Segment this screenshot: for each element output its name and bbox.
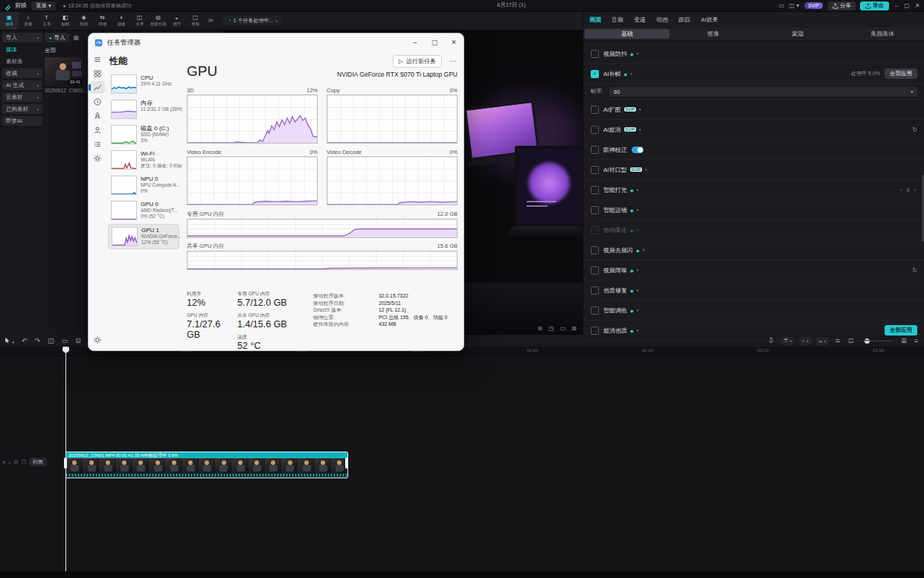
minimize-button[interactable]: –	[891, 2, 902, 9]
media-nav-item[interactable]: 素材库	[2, 57, 42, 66]
subtab-3[interactable]: 美颜美体	[840, 28, 924, 40]
media-nav-item[interactable]: 收藏▾	[2, 68, 42, 78]
media-nav-item[interactable]: AI 生成▾	[2, 80, 42, 90]
toolbar-item-audio[interactable]: ♪音频	[19, 11, 37, 30]
tab-2[interactable]: 变速	[634, 16, 646, 24]
quality-icon[interactable]: ◳	[548, 325, 554, 332]
feature-checkbox[interactable]	[591, 286, 599, 295]
feature-checkbox[interactable]	[591, 166, 599, 174]
feature-checkbox[interactable]: ✓	[591, 70, 599, 78]
delete-icon[interactable]: ▭	[62, 337, 68, 344]
select-tool-icon[interactable]: ▾	[4, 337, 14, 345]
value-stepper[interactable]: ‹ 0 ›	[901, 187, 917, 193]
pip-icon[interactable]: ▭	[560, 325, 566, 332]
feature-row[interactable]: 智能调色◆▾	[583, 301, 924, 321]
close-button[interactable]: ✕	[912, 2, 923, 9]
ratio-icon[interactable]: ⊞	[537, 325, 542, 332]
framerate-dropdown[interactable]: 60▾	[609, 87, 917, 97]
toolbar-item-text[interactable]: T文本	[37, 11, 56, 30]
toolbar-item-smart-pack[interactable]: ◍智能包装	[149, 11, 167, 30]
tab-3[interactable]: 动画	[656, 16, 668, 24]
media-clip-thumbnail[interactable]: 01:41	[45, 57, 83, 86]
tm-rail-app-history[interactable]	[90, 95, 105, 108]
toolbar-item-adjust[interactable]: ◒调节	[167, 11, 186, 30]
perf-sidebar--[interactable]: 内存11.2/31.2 GB (36%)	[108, 97, 179, 121]
perf-sidebar-Wi-Fi[interactable]: Wi-FiWLAN发送: 0 接收: 0 Kbps	[108, 148, 179, 172]
tab-4[interactable]: 跟踪	[678, 16, 690, 24]
fullscreen-icon[interactable]: ⊠	[571, 325, 577, 332]
subtab-1[interactable]: 抠像	[671, 28, 756, 40]
feature-checkbox[interactable]	[591, 327, 599, 335]
tm-rail-details[interactable]	[90, 138, 105, 150]
task-progress-chip[interactable]: ◔ 1 个任务处理中... ▾	[222, 16, 282, 25]
layout-single-icon[interactable]: ▭	[779, 2, 785, 9]
perf-sidebar-CPU[interactable]: CPU29% 4.11 GHz	[108, 72, 179, 96]
layout-split-icon[interactable]: ◫ ▾	[789, 2, 799, 9]
toolbar-item-transitions[interactable]: ⇆转场	[93, 11, 112, 30]
subtab-0[interactable]: 基础	[585, 29, 670, 39]
redo-icon[interactable]: ↷	[35, 337, 41, 344]
grid-view-icon[interactable]: ▦	[74, 34, 80, 41]
perf-sidebar-GPU-0[interactable]: GPU 0AMD Radeon(T...0% (52 °C)	[108, 199, 179, 222]
feature-checkbox[interactable]	[591, 126, 599, 134]
toolbar-item-filters[interactable]: ◑滤镜	[112, 11, 130, 30]
feature-row[interactable]: 超清画质◆▾全部应用	[583, 321, 924, 341]
toolbar-item-effects[interactable]: ◈特效	[74, 11, 93, 30]
toolbar-item-media[interactable]: ▣媒体	[0, 11, 19, 30]
perf-sidebar-GPU-1[interactable]: GPU 1NVIDIA GeForce...12% (52 °C)	[108, 224, 179, 249]
feature-checkbox[interactable]	[591, 266, 599, 274]
toolbar-more-button[interactable]: ≫	[208, 17, 214, 24]
perf-sidebar-NPU-0[interactable]: NPU 0NPU Compute A...0%	[108, 173, 179, 197]
cover-button[interactable]: 封面	[29, 457, 47, 466]
feature-checkbox[interactable]	[591, 146, 599, 154]
import-button[interactable]: ●导入	[45, 33, 70, 42]
feature-row[interactable]: 智能打光◆▾‹ 0 ›	[583, 180, 924, 200]
feature-checkbox[interactable]	[591, 206, 599, 214]
undo-icon[interactable]: ↶	[22, 337, 28, 344]
track-lock-icon[interactable]: ⊙	[14, 459, 19, 465]
svip-badge[interactable]: SVIP	[804, 2, 823, 9]
toolbar-item-split-screen[interactable]: ◫分屏	[130, 11, 149, 30]
feature-row[interactable]: 自动美化◆▾	[583, 220, 924, 240]
media-nav-item[interactable]: 云素材▾	[2, 92, 42, 102]
import-dropdown[interactable]: 导入▾	[2, 33, 42, 42]
menu-button[interactable]: 菜单 ▾	[31, 1, 56, 10]
export-button[interactable]: 导出	[860, 1, 889, 10]
perf-sidebar--0-C-[interactable]: 磁盘 0 (C:)SSD (NVMe)3%	[108, 123, 179, 147]
track-menu-icon[interactable]: ≡	[2, 460, 5, 465]
feature-toggle[interactable]	[632, 147, 644, 153]
reload-icon[interactable]: ↻	[912, 267, 917, 274]
feature-checkbox[interactable]	[591, 306, 599, 315]
feature-row[interactable]: 视频防抖◆▾	[583, 44, 924, 64]
feature-row[interactable]: AI超清SVIP▾↻	[583, 120, 924, 140]
tab-5[interactable]: AI效果	[701, 16, 719, 24]
freeze-frame-icon[interactable]: ⊟	[75, 337, 81, 344]
feature-row[interactable]: 智能运镜◆▾	[583, 200, 924, 220]
media-nav-item[interactable]: 即梦AI	[2, 116, 42, 126]
tm-rail-startup-apps[interactable]	[90, 109, 105, 122]
tab-1[interactable]: 音频	[612, 16, 623, 24]
feature-row[interactable]: 视频去频闪◆▾	[583, 240, 924, 260]
track-hide-icon[interactable]: ▢	[21, 459, 26, 465]
feature-checkbox[interactable]	[591, 50, 599, 58]
feature-checkbox[interactable]	[591, 226, 599, 234]
tm-rail-processes[interactable]	[90, 67, 105, 80]
feature-row[interactable]: 眼神校正	[583, 140, 924, 160]
feature-row[interactable]: 视频降噪◆▾↻	[583, 260, 924, 280]
feature-checkbox[interactable]	[591, 186, 599, 194]
tm-rail-services[interactable]	[90, 152, 105, 164]
timeline-clip[interactable]: 20250612_C0601.MP4 00:01:41.33 AI补帧处理中 5…	[65, 452, 348, 478]
tm-rail-performance[interactable]	[90, 81, 105, 94]
clip-right-handle[interactable]	[345, 457, 348, 469]
media-nav-active-item[interactable]: 媒体	[2, 45, 42, 54]
tm-maximize-button[interactable]: ▢	[425, 34, 444, 51]
subtab-2[interactable]: 蒙版	[756, 28, 841, 40]
apply-all-button[interactable]: 全部应用	[885, 68, 917, 79]
tm-minimize-button[interactable]: –	[405, 34, 425, 51]
split-icon[interactable]: ◫	[48, 337, 54, 344]
tab-0[interactable]: 画面	[589, 16, 601, 24]
apply-all-button[interactable]: 全部应用	[885, 325, 917, 335]
tm-close-button[interactable]: ✕	[444, 34, 463, 51]
tm-title-bar[interactable]: 任务管理器 – ▢ ✕	[89, 33, 463, 51]
track-audio-icon[interactable]: ♪	[8, 460, 11, 465]
